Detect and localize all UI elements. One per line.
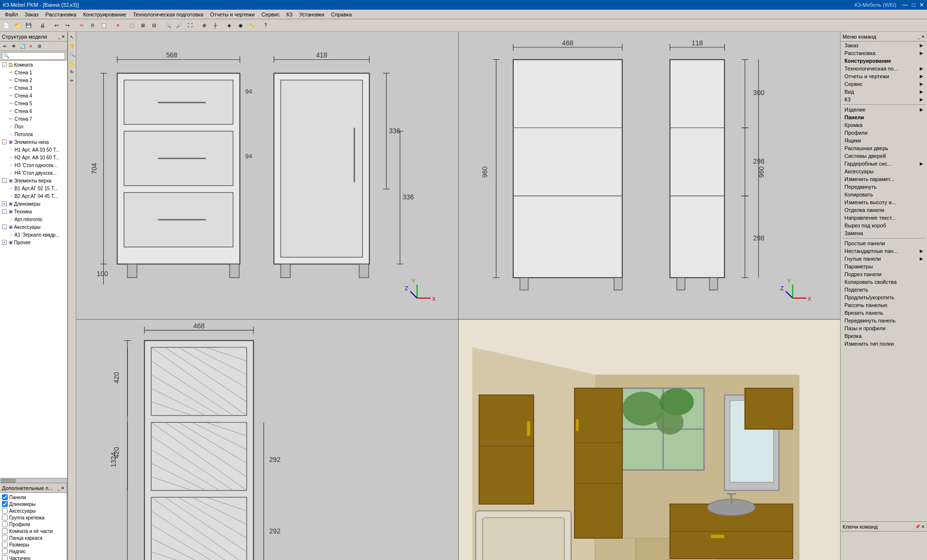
menu-file[interactable]: Файл xyxy=(2,11,21,18)
rm-service[interactable]: Сервис▶ xyxy=(841,80,927,88)
rm-profiles[interactable]: Профили xyxy=(841,129,927,137)
cb-room-input[interactable] xyxy=(2,528,8,534)
rm-grooves[interactable]: Пазы и профили xyxy=(841,324,927,332)
expand-niz[interactable]: - xyxy=(2,140,7,144)
tb-zoom-in[interactable]: 🔍 xyxy=(163,20,173,31)
expand-other[interactable]: + xyxy=(2,240,7,245)
rm-extend[interactable]: Продлить/укоротить xyxy=(841,294,927,301)
tree-item-wall3[interactable]: ✏ Стена 3 xyxy=(0,84,67,92)
tree-item-h1[interactable]: ○ Н1 Арт. AA 03 50 Т... xyxy=(0,146,67,154)
rm-view[interactable]: Вид▶ xyxy=(841,88,927,96)
right-panel-close[interactable]: ✕ xyxy=(921,34,925,39)
tb-ortho[interactable]: ┼ xyxy=(210,20,221,31)
tree-item-ceiling[interactable]: ○ Потолок xyxy=(0,130,67,138)
menu-k3[interactable]: К3 xyxy=(283,11,295,18)
tb-zoom-out[interactable]: 🔎 xyxy=(174,20,184,31)
keys-dock[interactable]: 📌 xyxy=(915,524,920,529)
st-btn3[interactable]: 🔄 xyxy=(18,42,26,50)
tree-item-wall4[interactable]: ✏ Стена 4 xyxy=(0,92,67,99)
tb-save[interactable]: 💾 xyxy=(23,20,34,31)
rm-order[interactable]: Заказ▶ xyxy=(841,42,927,49)
menu-order[interactable]: Заказ xyxy=(22,11,42,18)
rm-placement[interactable]: Расстановка▶ xyxy=(841,49,927,57)
st-btn4[interactable]: ✕ xyxy=(27,42,35,50)
menu-construct[interactable]: Конструирование xyxy=(80,11,129,18)
tree-item-a1[interactable]: ○ А1 'Зеркало квадр... xyxy=(0,231,67,238)
expand-dlinom[interactable]: + xyxy=(2,201,7,206)
expand-verx[interactable]: - xyxy=(2,178,7,183)
tree-item-b2[interactable]: ○ В2 Арт.АГ 04 45 Т... xyxy=(0,192,67,200)
tb-new[interactable]: 📄 xyxy=(1,20,12,31)
close-btn[interactable]: ✕ xyxy=(919,1,924,8)
tb-open[interactable]: 📂 xyxy=(12,20,23,31)
rm-cut[interactable]: Подрез панели xyxy=(841,270,927,278)
tree-item-niz[interactable]: - ▣ Элементы низа xyxy=(0,138,67,146)
tree-item-wall1[interactable]: ✏ Стена 1 xyxy=(0,69,67,76)
rm-inset[interactable]: Врезать панель xyxy=(841,309,927,317)
tool-select[interactable]: ↖ xyxy=(68,33,76,41)
tree-item-wall6[interactable]: ✏ Стена 6 xyxy=(0,107,67,115)
rm-text-dir[interactable]: Направление текст... xyxy=(841,214,927,222)
menu-tech[interactable]: Технологическая подготовка xyxy=(130,11,206,18)
cb-fastener-input[interactable] xyxy=(2,515,8,520)
tree-item-other[interactable]: + ▣ Прочее xyxy=(0,238,67,246)
rm-replace[interactable]: Замена xyxy=(841,229,927,237)
tb-select[interactable]: ⬚ xyxy=(126,20,137,31)
rm-reports[interactable]: Отчеты и чертежи▶ xyxy=(841,72,927,80)
menu-placement[interactable]: Расстановка xyxy=(42,11,79,18)
tree-item-floor[interactable]: ○ Пол xyxy=(0,123,67,130)
structure-search-input[interactable] xyxy=(2,52,65,60)
tb-print[interactable]: 🖨 xyxy=(37,20,48,31)
tool-rotate[interactable]: ↻ xyxy=(68,68,76,76)
tree-item-wall5[interactable]: ✏ Стена 5 xyxy=(0,99,67,107)
right-panel-minimize[interactable]: _ xyxy=(918,34,920,39)
tb-fit[interactable]: ⛶ xyxy=(185,20,196,31)
rm-nonstandard[interactable]: Нестандартные пан...▶ xyxy=(841,247,927,255)
expand-room[interactable]: - xyxy=(2,62,7,67)
tree-item-verx[interactable]: - ▣ Элементы верха xyxy=(0,177,67,184)
tree-item-toronto[interactable]: ○ Арт.mtoronto xyxy=(0,215,67,223)
tree-item-h2[interactable]: ○ Н2 Арт. AA 10 60 Т... xyxy=(0,154,67,161)
rm-copy-props[interactable]: Копировать свойства xyxy=(841,278,927,286)
tree-item-wall7[interactable]: ✏ Стена 7 xyxy=(0,115,67,123)
menu-service[interactable]: Сервис xyxy=(259,11,283,18)
wiki-link[interactable]: К3-Мебель (WKI) xyxy=(855,2,897,8)
cb-partial-input[interactable] xyxy=(2,555,8,560)
tool-zoom[interactable]: 🔍 xyxy=(68,51,76,58)
rm-inlay[interactable]: Врезка xyxy=(841,332,927,340)
rm-panels[interactable]: Панели xyxy=(841,113,927,121)
tb-snap[interactable]: ⊕ xyxy=(199,20,210,31)
tb-del[interactable]: ✕ xyxy=(112,20,123,31)
tree-hscroll[interactable] xyxy=(0,478,67,483)
tree-item-room[interactable]: - 🏠 Комната xyxy=(0,61,67,69)
rm-accessories[interactable]: Аксессуары xyxy=(841,168,927,175)
menu-reports[interactable]: Отчеты и чертежи xyxy=(207,11,257,18)
tb-3d[interactable]: ◈ xyxy=(224,20,235,31)
rm-split[interactable]: Поделить xyxy=(841,286,927,294)
tb-paste[interactable]: 📋 xyxy=(98,20,109,31)
rm-move-panel[interactable]: Передвинуть панель xyxy=(841,317,927,324)
viewport-3[interactable]: 468 420 420 1324 292 292 xyxy=(76,320,458,560)
tree-item-acc[interactable]: - ▣ Аксессуары xyxy=(0,223,67,231)
add-panel-minimize[interactable]: _ xyxy=(57,486,60,490)
tb-render[interactable]: ◉ xyxy=(235,20,246,31)
expand-acc[interactable]: - xyxy=(2,224,7,229)
maximize-btn[interactable]: □ xyxy=(912,1,915,8)
rm-product[interactable]: Изделие▶ xyxy=(841,106,927,113)
rm-wardrobe[interactable]: Гардеробные сис...▶ xyxy=(841,160,927,168)
rm-change-params[interactable]: Изменить парамет... xyxy=(841,175,927,183)
tree-item-h3[interactable]: ○ Н3 'Стол односек... xyxy=(0,161,67,169)
struct-close[interactable]: ✕ xyxy=(61,34,65,39)
rm-move[interactable]: Передвинуть xyxy=(841,183,927,191)
rm-copy[interactable]: Копировать xyxy=(841,191,927,198)
rm-section[interactable]: Рассечь панелью xyxy=(841,301,927,309)
tool-measure2[interactable]: 📐 xyxy=(68,59,76,67)
rm-kromka[interactable]: Кромка xyxy=(841,121,927,129)
tree-item-dlinom[interactable]: + ▣ Длиномеры xyxy=(0,200,67,208)
tb-redo[interactable]: ↪ xyxy=(62,20,73,31)
menu-help[interactable]: Справка xyxy=(328,11,355,18)
cb-sizes-input[interactable] xyxy=(2,542,8,547)
st-btn1[interactable]: ✏ xyxy=(1,42,9,50)
add-panel-close[interactable]: ✕ xyxy=(61,486,65,490)
st-btn2[interactable]: 👁 xyxy=(10,42,17,50)
